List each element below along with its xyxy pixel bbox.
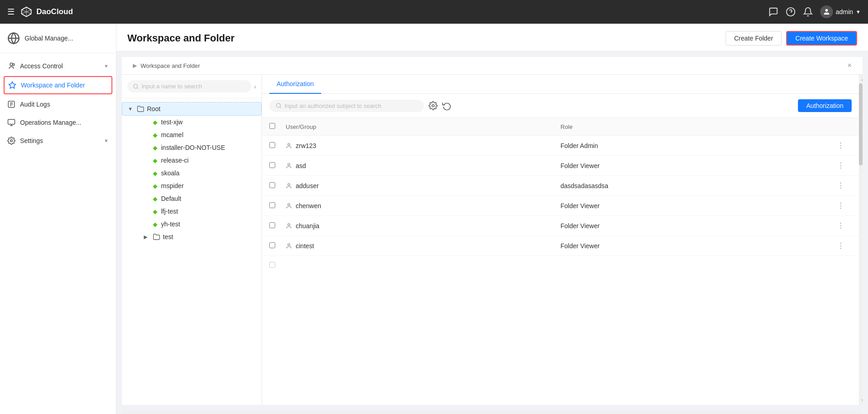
row-checkbox-5[interactable] xyxy=(269,222,275,228)
tree-search-bar: › xyxy=(122,75,262,98)
svg-line-16 xyxy=(137,87,138,88)
content-area: Workspace and Folder Create Folder Creat… xyxy=(116,24,868,414)
auth-table: User/Group Role xyxy=(262,118,859,405)
more-menu-icon-3[interactable]: ⋮ xyxy=(835,181,846,190)
svg-rect-11 xyxy=(8,119,15,124)
scroll-up-arrow[interactable]: ▲ xyxy=(859,75,863,83)
navbar: ☰ DaoCloud admin ▼ xyxy=(0,0,868,24)
row-checkbox-4[interactable] xyxy=(269,202,275,208)
help-icon[interactable] xyxy=(786,7,796,17)
tree-node-mcamel[interactable]: ◆ mcamel xyxy=(138,128,262,141)
tree-node-test-arrow: ▶ xyxy=(144,234,150,240)
table-row xyxy=(262,256,859,276)
refresh-icon[interactable] xyxy=(442,101,451,110)
row-checkbox-3[interactable] xyxy=(269,182,275,188)
global-icon xyxy=(7,32,20,45)
user-icon-1 xyxy=(286,143,292,149)
header-role-col: Role xyxy=(560,123,835,130)
settings-gear-icon[interactable] xyxy=(429,101,438,110)
tree-node-lfj-test[interactable]: ◆ lfj-test xyxy=(138,205,262,218)
authorization-button[interactable]: Authorization xyxy=(798,99,852,112)
workspace-folder-inner: Workspace and Folder xyxy=(5,77,111,93)
access-control-arrow: ▼ xyxy=(104,63,109,69)
tree-search-go-icon[interactable]: › xyxy=(254,83,256,90)
diamond-icon-mcamel: ◆ xyxy=(153,132,157,138)
hamburger-icon[interactable]: ☰ xyxy=(7,7,15,17)
tree-node-release-ci-label: release-ci xyxy=(161,157,189,164)
more-menu-icon-2[interactable]: ⋮ xyxy=(835,161,846,170)
operations-manage-label: Operations Manage... xyxy=(20,119,81,126)
access-control-label: Access Control xyxy=(20,62,63,70)
scroll-down-arrow[interactable]: ▼ xyxy=(859,396,863,405)
breadcrumb-bar: ▶ Workspace and Folder × xyxy=(122,57,863,75)
more-menu-icon-4[interactable]: ⋮ xyxy=(835,201,846,210)
tree-node-installer[interactable]: ◆ installer-DO-NOT-USE xyxy=(138,141,262,154)
audit-logs-icon xyxy=(7,100,15,108)
auth-search-wrap[interactable] xyxy=(269,100,424,112)
auth-toolbar: Authorization xyxy=(262,94,859,118)
tree-node-mspider[interactable]: ◆ mspider xyxy=(138,179,262,192)
right-scrollbar[interactable]: ▲ ▼ xyxy=(859,75,863,405)
more-menu-icon-6[interactable]: ⋮ xyxy=(835,241,846,250)
tree-node-test[interactable]: ▶ test xyxy=(138,230,262,243)
tree-node-skoala[interactable]: ◆ skoala xyxy=(138,167,262,179)
create-workspace-button[interactable]: Create Workspace xyxy=(786,31,857,46)
page-header: Workspace and Folder Create Folder Creat… xyxy=(116,24,868,51)
row-user-1: zrw123 xyxy=(286,142,560,149)
breadcrumb-close-icon[interactable]: × xyxy=(848,61,852,70)
scrollbar-thumb[interactable] xyxy=(859,83,863,165)
sidebar-item-access-control[interactable]: Access Control ▼ xyxy=(0,57,116,75)
row-checkbox-1[interactable] xyxy=(269,142,275,148)
row-checkbox-2[interactable] xyxy=(269,162,275,168)
sidebar-item-settings[interactable]: Settings ▼ xyxy=(0,132,116,150)
user-icon-2 xyxy=(286,163,292,169)
role-name-6: Folder Viewer xyxy=(560,242,600,250)
user-icon-4 xyxy=(286,203,292,209)
create-folder-button[interactable]: Create Folder xyxy=(726,31,782,46)
tree-node-root[interactable]: ▼ Root xyxy=(122,102,262,116)
row-checkbox-6[interactable] xyxy=(269,242,275,248)
global-manage-label: Global Manage... xyxy=(25,35,73,42)
auth-search-icon xyxy=(276,102,282,109)
breadcrumb-arrow-icon: ▶ xyxy=(133,62,137,69)
diamond-icon-yh-test: ◆ xyxy=(153,221,157,228)
chat-icon[interactable] xyxy=(768,7,778,17)
role-name-3: dasdsadasasdsa xyxy=(560,182,608,189)
tree-node-release-ci[interactable]: ◆ release-ci xyxy=(138,154,262,167)
folder-icon-test xyxy=(153,233,160,240)
notification-icon[interactable] xyxy=(803,7,813,17)
bottom-scrollbar[interactable] xyxy=(122,410,863,414)
tree-node-test-xjw-label: test-xjw xyxy=(161,118,182,126)
select-all-checkbox[interactable] xyxy=(269,123,275,129)
scrollbar-track xyxy=(859,83,863,396)
table-row: adduser dasdsadasasdsa ⋮ xyxy=(262,176,859,196)
sidebar-global-manage[interactable]: Global Manage... xyxy=(0,24,116,53)
tree-node-root-label: Root xyxy=(147,105,161,112)
sidebar-menu: Access Control ▼ Workspace and Folder xyxy=(0,53,116,414)
chevron-down-icon: ▼ xyxy=(856,9,861,15)
sidebar-item-workspace-folder[interactable]: Workspace and Folder xyxy=(4,76,112,94)
auth-search-input[interactable] xyxy=(284,102,418,109)
diamond-icon-default: ◆ xyxy=(153,195,157,202)
sidebar-item-operations-manage[interactable]: Operations Manage... xyxy=(0,113,116,132)
tabs-bar: Authorization xyxy=(262,75,859,94)
svg-point-17 xyxy=(277,103,281,107)
tree-node-test-xjw[interactable]: ◆ test-xjw xyxy=(138,116,262,128)
tree-node-mcamel-label: mcamel xyxy=(161,131,183,138)
tab-authorization[interactable]: Authorization xyxy=(269,75,321,94)
tree-node-default[interactable]: ◆ Default xyxy=(138,192,262,205)
sidebar-item-audit-logs[interactable]: Audit Logs xyxy=(0,95,116,113)
diamond-icon: ◆ xyxy=(153,119,157,126)
row-role-1: Folder Admin xyxy=(560,142,835,149)
tree-search-input-wrap[interactable] xyxy=(127,80,251,92)
breadcrumb-text: Workspace and Folder xyxy=(141,62,200,69)
row-checkbox-7[interactable] xyxy=(269,262,275,268)
tree-search-input[interactable] xyxy=(141,83,246,90)
tree-node-yh-test[interactable]: ◆ yh-test xyxy=(138,218,262,230)
main-layout: Global Manage... Access Control ▼ xyxy=(0,24,868,414)
row-check-1[interactable] xyxy=(269,142,286,150)
page-title: Workspace and Folder xyxy=(127,32,235,44)
more-menu-icon-1[interactable]: ⋮ xyxy=(835,141,846,150)
more-menu-icon-5[interactable]: ⋮ xyxy=(835,221,846,230)
user-menu[interactable]: admin ▼ xyxy=(820,5,861,18)
